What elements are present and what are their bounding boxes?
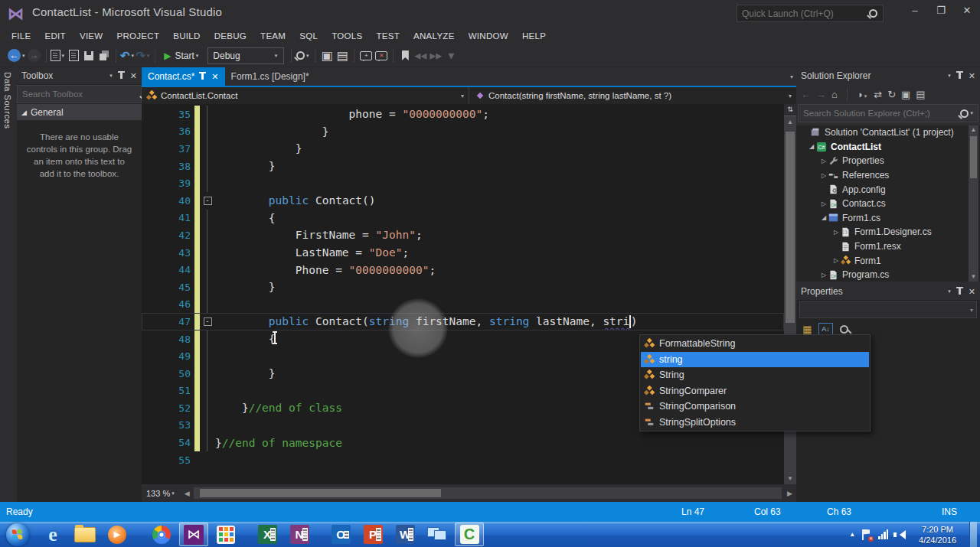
collapse-region-icon[interactable]: -	[204, 317, 212, 326]
menu-team[interactable]: TEAM	[253, 31, 292, 41]
taskbar-word[interactable]: W	[390, 523, 420, 546]
horizontal-scroll-track[interactable]	[194, 487, 782, 499]
categorized-icon[interactable]: ▦	[801, 323, 814, 336]
horizontal-scroll-thumb[interactable]	[200, 489, 441, 497]
close-icon[interactable]: ✕	[969, 71, 975, 81]
close-icon[interactable]: ✕	[969, 287, 975, 297]
tree-scrollbar[interactable]: ▲ ▼	[969, 125, 978, 282]
taskbar-visual-studio[interactable]: ⋈	[179, 523, 208, 546]
expanded-arrow-icon[interactable]: ◢	[807, 143, 816, 150]
tree-item-form1-designer[interactable]: ▷ Form1.Designer.cs	[796, 225, 980, 239]
home-icon[interactable]: ⌂	[831, 89, 838, 100]
quick-launch-box[interactable]	[737, 5, 884, 22]
save-all-button[interactable]	[96, 47, 112, 64]
tree-item-program-cs[interactable]: ▷ C# Program.cs	[796, 268, 980, 282]
completion-item[interactable]: StringComparer	[641, 383, 869, 399]
pin-icon[interactable]	[201, 73, 204, 80]
volume-icon[interactable]	[895, 530, 906, 539]
scroll-down-arrow[interactable]: ▼	[969, 272, 978, 282]
scroll-left-arrow[interactable]: ◀	[181, 490, 194, 497]
forward-icon[interactable]: →	[816, 89, 826, 100]
toolbox-section-general[interactable]: ◢ General	[17, 104, 142, 120]
menu-window[interactable]: WINDOW	[462, 31, 515, 41]
scroll-right-arrow[interactable]: ▶	[783, 490, 796, 497]
editor-horizontal-scrollbar[interactable]: 133 %▾ ◀ ▶	[142, 484, 796, 502]
back-icon[interactable]: ←	[801, 89, 811, 100]
collapse-all-icon[interactable]: ▣	[901, 89, 910, 100]
menu-edit[interactable]: EDIT	[38, 31, 73, 41]
menu-analyze[interactable]: ANALYZE	[407, 31, 462, 41]
taskbar-powerpoint[interactable]: P	[358, 523, 387, 546]
properties-object-dropdown[interactable]: ▾	[799, 301, 977, 318]
taskbar-excel[interactable]: X	[253, 523, 282, 546]
menu-tools[interactable]: TOOLS	[325, 31, 369, 41]
completion-item[interactable]: String	[641, 367, 869, 383]
chevron-down-icon[interactable]: ▾	[948, 288, 951, 295]
start-button[interactable]	[6, 523, 29, 546]
collapsed-arrow-icon[interactable]: ▷	[831, 257, 841, 264]
solution-explorer-button[interactable]: ▣	[319, 47, 335, 64]
taskbar-media-player[interactable]: ▶	[103, 523, 132, 546]
scroll-up-arrow[interactable]: ▲	[969, 125, 978, 135]
completion-item[interactable]: StringComparison	[641, 399, 869, 415]
menu-project[interactable]: PROJECT	[110, 31, 167, 41]
completion-item-selected[interactable]: string	[641, 352, 869, 368]
solution-search-box[interactable]: ▾	[798, 104, 978, 122]
taskbar-app-grid[interactable]	[211, 523, 240, 546]
property-pages-icon[interactable]	[838, 323, 851, 336]
document-list-chevron-icon[interactable]: ▾	[790, 73, 793, 80]
collapse-region-icon[interactable]: -	[204, 197, 212, 205]
show-desktop-button[interactable]	[969, 522, 977, 547]
collapsed-arrow-icon[interactable]: ▷	[819, 158, 828, 164]
quick-launch-input[interactable]	[737, 8, 869, 19]
tree-item-contact-cs[interactable]: ▷ C# Contact.cs	[796, 197, 980, 211]
taskbar-file-explorer[interactable]	[70, 523, 100, 546]
chevron-down-icon[interactable]: ▾	[948, 73, 951, 79]
data-sources-tab[interactable]: Data Sources	[3, 72, 12, 129]
member-dropdown[interactable]: Contact(string firstName, string lastNam…	[469, 87, 796, 104]
search-icon[interactable]	[869, 9, 877, 18]
toolbar-overflow-button[interactable]: ▾	[443, 47, 459, 64]
navigate-forward-button[interactable]: →	[27, 47, 42, 64]
editor-zoom-dropdown[interactable]: 133 %▾	[142, 489, 181, 498]
tree-scroll-thumb[interactable]	[970, 136, 977, 178]
scroll-up-arrow[interactable]: ▲	[784, 116, 796, 128]
navigate-back-button[interactable]: ←▾	[8, 47, 27, 64]
taskbar-chrome[interactable]	[147, 523, 176, 546]
save-button[interactable]	[81, 47, 96, 64]
new-project-button[interactable]: ▾	[51, 47, 67, 64]
splitter-handle-icon[interactable]: ⇅	[784, 104, 796, 116]
type-dropdown[interactable]: ContactList.Contact ▾	[142, 87, 469, 104]
menu-sql[interactable]: SQL	[292, 31, 325, 41]
scroll-down-arrow[interactable]: ▼	[784, 473, 796, 484]
add-item-button[interactable]	[66, 47, 81, 64]
tab-contact-cs[interactable]: Contact.cs* ✕	[142, 67, 225, 86]
collapsed-arrow-icon[interactable]: ▷	[819, 172, 828, 179]
collapsed-arrow-icon[interactable]: ▷	[831, 229, 841, 236]
close-button[interactable]: ✕	[954, 0, 980, 21]
uncomment-button[interactable]: ✕	[374, 47, 389, 64]
show-all-files-icon[interactable]: ▤	[916, 89, 925, 100]
pin-icon[interactable]	[959, 288, 961, 295]
solution-configuration-dropdown[interactable]: Debug▾	[207, 47, 284, 64]
action-center-flag-icon[interactable]: ✕	[862, 529, 871, 540]
tree-item-app-config[interactable]: App.config	[796, 182, 980, 197]
taskbar-desktop-app[interactable]	[423, 523, 452, 546]
menu-help[interactable]: HELP	[515, 31, 553, 41]
tree-item-solution[interactable]: Solution 'ContactList' (1 project)	[796, 125, 980, 140]
completion-item[interactable]: StringSplitOptions	[641, 415, 869, 431]
sync-with-active-document-icon[interactable]: ⇄	[874, 89, 882, 100]
pin-icon[interactable]	[120, 73, 122, 79]
bookmark-button[interactable]	[397, 47, 413, 64]
expanded-arrow-icon[interactable]: ◢	[819, 214, 828, 221]
refresh-icon[interactable]: ↻	[887, 89, 896, 100]
collapsed-arrow-icon[interactable]: ▷	[819, 272, 828, 278]
menu-build[interactable]: BUILD	[166, 31, 207, 41]
undo-button[interactable]: ↶▾	[120, 47, 136, 64]
maximize-button[interactable]: ❐	[928, 0, 954, 21]
taskbar-onenote[interactable]: N	[285, 523, 314, 546]
tree-item-properties[interactable]: ▷ Properties	[796, 154, 980, 168]
find-in-files-button[interactable]: ▾	[296, 47, 311, 64]
taskbar-camtasia[interactable]: C	[455, 523, 484, 546]
close-icon[interactable]: ✕	[211, 72, 218, 82]
